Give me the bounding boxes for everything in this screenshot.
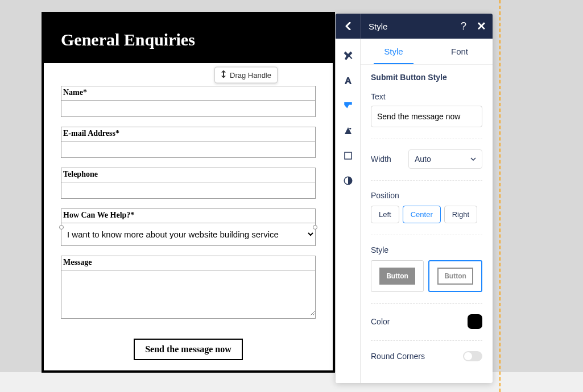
- divider: [371, 139, 482, 139]
- guide-line: [499, 0, 501, 392]
- effects-icon: [343, 126, 353, 136]
- sidebar-item-contrast[interactable]: [336, 168, 361, 193]
- sidebar-item-tools[interactable]: [336, 43, 361, 68]
- help-button[interactable]: ?: [454, 20, 473, 32]
- drag-icon: [221, 70, 226, 80]
- resize-handle-right[interactable]: [313, 225, 317, 230]
- round-corners-toggle[interactable]: [463, 351, 482, 361]
- font-icon: [343, 76, 353, 86]
- chevron-left-icon: [345, 22, 352, 30]
- name-input[interactable]: [61, 101, 315, 116]
- subtabs: Style Font: [361, 39, 493, 65]
- field-help[interactable]: How Can We Help?* I want to know more ab…: [61, 208, 316, 246]
- style-label: Style: [371, 245, 482, 255]
- drag-handle[interactable]: Drag Handle: [214, 67, 278, 84]
- drag-handle-label: Drag Handle: [230, 71, 271, 80]
- divider: [371, 180, 482, 181]
- tools-icon: [343, 51, 353, 61]
- sidebar-item-style[interactable]: [336, 93, 361, 118]
- box-icon: [343, 151, 353, 161]
- close-button[interactable]: ✕: [473, 19, 493, 33]
- help-select[interactable]: I want to know more about your website b…: [61, 223, 315, 245]
- contrast-icon: [343, 176, 353, 186]
- position-segment: Left Center Right: [371, 206, 482, 223]
- color-label: Color: [371, 317, 390, 326]
- style-panel: Style ? ✕ Style Font Submit Button Style: [336, 14, 493, 383]
- form-title: General Enquiries: [44, 14, 333, 63]
- sidebar-item-effects[interactable]: [336, 118, 361, 143]
- field-message[interactable]: Message: [61, 256, 316, 319]
- width-label: Width: [371, 155, 391, 164]
- resize-handle-left[interactable]: [59, 225, 64, 230]
- toggle-knob: [464, 352, 472, 360]
- round-corners-label: Round Corners: [371, 352, 425, 361]
- svg-point-0: [349, 128, 351, 130]
- field-message-label: Message: [61, 256, 315, 270]
- style-options: Button Button: [371, 260, 482, 292]
- sidebar-item-box[interactable]: [336, 143, 361, 168]
- text-label: Text: [371, 92, 386, 101]
- section-title: Submit Button Style: [371, 73, 482, 82]
- position-right[interactable]: Right: [444, 206, 477, 223]
- field-name[interactable]: Name*: [61, 86, 316, 117]
- chevron-down-icon: [470, 157, 476, 161]
- phone-input[interactable]: [61, 182, 315, 198]
- width-dropdown[interactable]: Auto: [408, 149, 482, 169]
- panel-content: Submit Button Style Text Width Auto Posi…: [361, 65, 493, 381]
- submit-button[interactable]: Send the message now: [134, 339, 243, 360]
- field-help-label: How Can We Help?*: [61, 209, 315, 223]
- panel-sidebar: [336, 39, 361, 383]
- style-solid[interactable]: Button: [371, 260, 424, 292]
- position-label: Position: [371, 191, 482, 200]
- field-email[interactable]: E-mail Address*: [61, 127, 316, 158]
- form-widget[interactable]: General Enquiries Drag Handle Name* E-ma…: [42, 12, 335, 373]
- form-body: Drag Handle Name* E-mail Address* Teleph…: [44, 63, 333, 370]
- tab-font[interactable]: Font: [427, 39, 493, 64]
- field-phone-label: Telephone: [61, 168, 315, 182]
- style-icon: [343, 101, 353, 111]
- tab-style[interactable]: Style: [361, 39, 427, 64]
- field-email-label: E-mail Address*: [61, 127, 315, 141]
- style-solid-preview: Button: [379, 268, 415, 285]
- style-outline-preview: Button: [437, 268, 473, 285]
- panel-main: Style Font Submit Button Style Text Widt…: [361, 39, 493, 383]
- submit-container: Send the message now: [61, 328, 316, 360]
- field-phone[interactable]: Telephone: [61, 168, 316, 199]
- message-textarea[interactable]: [61, 270, 315, 316]
- panel-title: Style: [361, 22, 454, 31]
- divider: [371, 303, 482, 304]
- color-swatch[interactable]: [468, 314, 482, 329]
- sidebar-item-font[interactable]: [336, 68, 361, 93]
- width-value: Auto: [415, 155, 431, 164]
- position-left[interactable]: Left: [371, 206, 399, 223]
- canvas-lower: [0, 372, 583, 392]
- field-name-label: Name*: [61, 86, 315, 101]
- divider: [371, 340, 482, 341]
- panel-titlebar: Style ? ✕: [336, 14, 493, 39]
- position-center[interactable]: Center: [403, 206, 441, 223]
- button-text-input[interactable]: [371, 106, 482, 127]
- style-outline[interactable]: Button: [428, 260, 482, 292]
- svg-rect-1: [345, 152, 352, 159]
- divider: [371, 235, 482, 235]
- back-button[interactable]: [336, 14, 361, 39]
- email-input[interactable]: [61, 141, 315, 157]
